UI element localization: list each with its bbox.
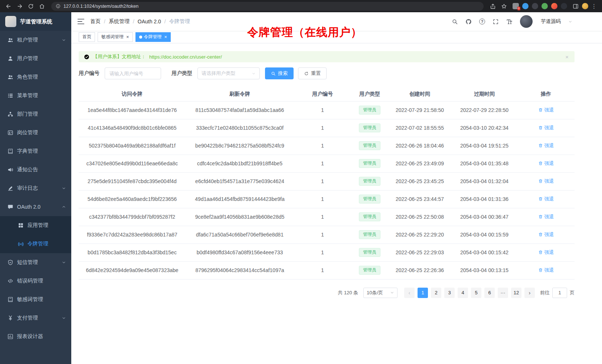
sidebar-item-tenant[interactable]: 租户管理 (0, 31, 71, 49)
bookmark-star-button[interactable] (499, 1, 509, 11)
cell-created-time: 2022-06-25 22:26:36 (388, 261, 451, 279)
sidebar-item-sms[interactable]: 短信管理 (0, 253, 71, 272)
browser-menu-button[interactable]: ⋮ (590, 3, 598, 10)
force-logout-button[interactable]: 强退 (538, 107, 554, 113)
site-info-icon[interactable] (56, 4, 60, 9)
share-button[interactable] (488, 1, 498, 11)
trash-icon (538, 125, 543, 130)
sidebar-item-error-code[interactable]: 错误码管理 (0, 272, 71, 290)
sidebar-item-label: 支付管理 (17, 315, 38, 321)
sidebar-item-user[interactable]: 用户管理 (0, 49, 71, 68)
browser-profile-avatar[interactable] (582, 3, 588, 9)
user-avatar[interactable] (520, 15, 533, 28)
sidebar-item-oauth2-token[interactable]: 令牌管理 (0, 235, 71, 253)
user-type-select[interactable]: 请选择用户类型 (197, 67, 260, 79)
user-type-badge: 管理员 (359, 195, 380, 203)
prev-page-button[interactable]: ‹ (404, 288, 415, 298)
cell-expire-time: 2054-03-04 00:13:15 (451, 261, 517, 279)
page-size-select[interactable]: 10条/页 (363, 288, 397, 298)
more-pages-button[interactable]: ··· (498, 288, 508, 298)
github-icon[interactable] (465, 19, 472, 25)
browser-home-button[interactable] (37, 1, 47, 11)
close-icon[interactable]: × (565, 54, 569, 60)
cell-expire-time: 2054-03-04 00:36:47 (451, 208, 517, 226)
force-logout-button[interactable]: 强退 (538, 178, 554, 185)
help-icon[interactable]: ? (479, 19, 485, 24)
search-icon[interactable] (452, 19, 458, 25)
goto-label: 前往 (540, 289, 550, 296)
sidebar-item-dept[interactable]: 部门管理 (0, 105, 71, 123)
sidebar-item-oauth2[interactable]: OAuth 2.0 (0, 198, 71, 216)
breadcrumb-item[interactable]: OAuth 2.0 (138, 19, 161, 24)
cell-access-token: 54d6be82ee5a460a9aedc1f9bf223656 (79, 190, 186, 208)
cell-created-time: 2022-06-25 22:29:03 (388, 244, 451, 261)
tab-home[interactable]: 首页 (79, 32, 95, 42)
fullscreen-icon[interactable] (493, 19, 499, 25)
force-logout-button[interactable]: 强退 (538, 160, 554, 167)
breadcrumb-current: 令牌管理 (169, 18, 190, 25)
extension-icon[interactable] (522, 3, 529, 9)
page-button[interactable]: 5 (471, 288, 481, 298)
doc-link[interactable]: https://doc.iocoder.cn/user-center/ (149, 54, 222, 60)
sidebar-item-role[interactable]: 角色管理 (0, 68, 71, 86)
close-icon[interactable]: × (126, 34, 129, 39)
force-logout-button[interactable]: 强退 (538, 231, 554, 238)
sidebar-item-audit-log[interactable]: 审计日志 (0, 179, 71, 198)
tab-sensitive-word[interactable]: 敏感词管理× (98, 32, 133, 42)
page-button[interactable]: 3 (444, 288, 455, 298)
user-id-label: 用户编号 (79, 70, 99, 77)
side-panel-button[interactable] (571, 1, 580, 11)
page-button[interactable]: 6 (484, 288, 495, 298)
tab-oauth2-token[interactable]: 令牌管理× (135, 32, 171, 42)
address-bar[interactable]: 127.0.0.1:1024/system/oauth2/token (51, 2, 484, 11)
search-button[interactable]: 搜索 (265, 67, 294, 79)
user-name[interactable]: 芋道源码 (541, 18, 561, 25)
page-button[interactable]: 2 (431, 288, 441, 298)
force-logout-button[interactable]: 强退 (538, 267, 554, 274)
extension-icon[interactable] (551, 3, 557, 9)
users-icon (7, 37, 13, 43)
force-logout-button[interactable]: 强退 (538, 196, 554, 202)
page-button[interactable]: 1 (418, 288, 428, 298)
reset-button[interactable]: 重置 (298, 67, 327, 79)
sidebar-item-post[interactable]: 岗位管理 (0, 123, 71, 142)
sidebar-item-report-designer[interactable]: 报表设计器 (0, 327, 71, 346)
force-logout-button[interactable]: 强退 (538, 214, 554, 220)
extension-icon[interactable] (561, 3, 567, 9)
sidebar-item-notice[interactable]: 通知公告 (0, 161, 71, 179)
goto-page-input[interactable] (552, 288, 567, 298)
force-logout-button[interactable]: 强退 (538, 249, 554, 256)
chevron-down-icon[interactable] (568, 20, 572, 24)
browser-back-button[interactable] (4, 1, 13, 11)
sidebar-item-dict[interactable]: 字典管理 (0, 142, 71, 161)
app-logo[interactable]: 芋道管理系统 (0, 12, 71, 31)
cell-user-type: 管理员 (351, 119, 388, 137)
sidebar-item-menu[interactable]: 菜单管理 (0, 86, 71, 105)
breadcrumb-item[interactable]: 系统管理 (109, 18, 130, 25)
close-icon[interactable]: × (164, 34, 167, 39)
breadcrumb-item[interactable]: 首页 (90, 18, 101, 25)
broadcast-icon (18, 241, 24, 247)
next-page-button[interactable]: › (524, 288, 535, 298)
sidebar-item-label: 岗位管理 (17, 129, 38, 136)
sidebar-item-oauth2-app[interactable]: 应用管理 (0, 216, 71, 235)
force-logout-button[interactable]: 强退 (538, 142, 554, 149)
force-logout-button[interactable]: 强退 (538, 125, 554, 131)
browser-forward-button[interactable] (15, 1, 24, 11)
sidebar-item-pay[interactable]: 支付管理 (0, 309, 71, 327)
page-button[interactable]: 4 (458, 288, 468, 298)
sidebar-item-sensitive-word[interactable]: 敏感词管理 (0, 290, 71, 309)
cell-created-time: 2022-06-25 23:44:57 (388, 190, 451, 208)
extension-icon[interactable] (542, 3, 548, 9)
extension-icon[interactable]: 0 (513, 3, 519, 9)
cell-access-token: 6d842e2924594de9a09e45e087323abe (79, 261, 186, 279)
user-id-input[interactable] (105, 67, 161, 79)
cell-user-type: 管理员 (351, 101, 388, 119)
page-button[interactable]: 12 (511, 288, 521, 298)
sidebar-fold-icon[interactable] (77, 17, 85, 26)
column-header: 访问令牌 (79, 87, 186, 101)
browser-reload-button[interactable] (26, 1, 36, 11)
font-size-icon[interactable] (506, 19, 513, 25)
cell-user-type: 管理员 (351, 190, 388, 208)
extension-icon[interactable] (532, 3, 538, 9)
